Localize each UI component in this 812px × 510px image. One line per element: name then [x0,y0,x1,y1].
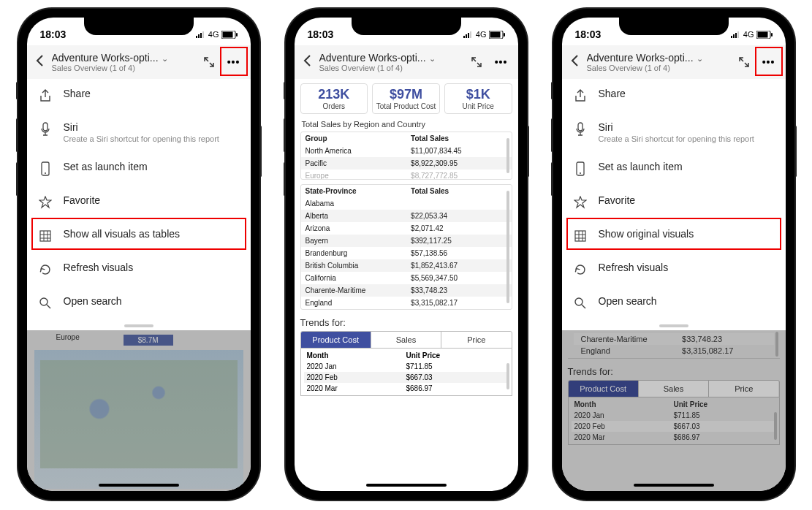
svg-point-9 [45,172,46,174]
siri-icon [37,121,53,137]
menu-siri[interactable]: SiriCreate a Siri shortcut for opening t… [562,113,786,152]
svg-rect-25 [771,33,773,37]
screen-2: 18:03 4G Adventure Works-opti...⌄ Sales … [295,18,518,491]
kpi-cards: 213KOrders $97MTotal Product Cost $1KUni… [295,79,518,118]
menu-favorite[interactable]: Favorite [562,186,786,219]
app-header: Adventure Works-opti...⌄ Sales Overview … [295,45,518,79]
screen-1: 18:03 4G Adventure Works-opti...⌄ Sales … [27,18,251,491]
siri-icon [572,121,588,137]
svg-rect-15 [470,31,471,38]
menu-share[interactable]: Share [27,79,251,113]
menu-launch[interactable]: Set as launch item [27,152,251,186]
home-indicator[interactable] [366,484,447,487]
drag-handle[interactable] [124,324,153,327]
report-title[interactable]: Adventure Works-opti... [52,52,159,64]
svg-rect-2 [200,33,202,38]
dimmed-background: Charente-Maritime$33,748.23 England$3,31… [562,330,786,491]
trends-tabs: Product Cost Sales Price [300,331,512,349]
search-icon [572,295,588,311]
dimmed-background: Europe$8.7M Microsoft BingTerms [27,330,251,491]
phone-3: 18:03 4G Adventure Works-opti...⌄ Sales … [553,9,794,500]
drag-handle[interactable] [659,324,688,327]
svg-point-28 [580,172,581,174]
svg-rect-3 [202,31,204,38]
launch-icon [572,161,588,177]
status-time: 18:03 [308,28,334,40]
menu-refresh[interactable]: Refresh visuals [27,253,251,286]
svg-rect-13 [466,34,467,38]
status-time: 18:03 [40,28,67,40]
svg-rect-19 [731,36,732,38]
menu-siri[interactable]: SiriCreate a Siri shortcut for opening t… [27,113,251,152]
home-indicator[interactable] [99,484,179,487]
svg-rect-1 [198,34,200,38]
region-table-title: Total Sales by Region and Country [295,118,518,130]
expand-icon[interactable] [732,50,756,75]
scrollbar[interactable] [506,363,509,389]
menu-search[interactable]: Open search [27,286,251,320]
svg-rect-5 [222,31,232,37]
scrollbar[interactable] [506,191,509,303]
card-orders[interactable]: 213KOrders [300,83,368,114]
star-icon [572,194,588,210]
region-table[interactable]: GroupTotal Sales North America$11,007,83… [300,132,512,180]
app-header: Adventure Works-opti...⌄ Sales Overview … [562,45,786,79]
expand-icon[interactable] [197,50,221,75]
back-icon[interactable] [295,53,319,72]
app-header: Adventure Works-opti...⌄ Sales Overview … [27,45,251,79]
menu-launch[interactable]: Set as launch item [562,152,786,186]
card-cost[interactable]: $97MTotal Product Cost [372,83,440,114]
status-net: 4G [208,30,219,39]
trends-table[interactable]: MonthUnit Price 2020 Jan$711.85 2020 Feb… [300,349,512,396]
svg-rect-20 [733,34,735,38]
svg-rect-12 [463,36,465,38]
map-visual [34,350,243,489]
menu-refresh[interactable]: Refresh visuals [562,253,786,286]
report-subtitle: Sales Overview (1 of 4) [52,64,197,72]
trends-section: Trends for: Product Cost Sales Price Mon… [300,317,512,396]
svg-point-11 [40,298,48,305]
chevron-down-icon[interactable]: ⌄ [162,54,168,63]
svg-rect-18 [504,33,505,37]
svg-rect-14 [468,33,469,38]
search-icon [37,295,53,311]
star-icon [37,194,53,210]
options-menu: Share SiriCreate a Siri shortcut for ope… [27,79,251,330]
chevron-down-icon[interactable]: ⌄ [429,54,436,63]
options-menu: Share SiriCreate a Siri shortcut for ope… [562,79,786,330]
phone-2: 18:03 4G Adventure Works-opti...⌄ Sales … [286,9,527,500]
chevron-down-icon[interactable]: ⌄ [697,54,703,63]
svg-rect-21 [735,33,737,38]
menu-favorite[interactable]: Favorite [27,186,251,219]
svg-rect-7 [43,123,48,131]
svg-point-30 [575,298,583,305]
refresh-icon [572,262,588,278]
svg-rect-26 [578,123,583,131]
share-icon [37,88,53,104]
phone-1: 18:03 4G Adventure Works-opti...⌄ Sales … [18,9,259,500]
back-icon[interactable] [562,53,587,72]
more-options-icon[interactable]: ••• [489,50,514,75]
tab-sales[interactable]: Sales [371,332,441,348]
card-price[interactable]: $1KUnit Price [444,83,512,114]
menu-search[interactable]: Open search [562,286,786,320]
refresh-icon [37,262,53,278]
svg-rect-24 [757,31,767,37]
tab-price[interactable]: Price [441,332,511,348]
back-icon[interactable] [27,53,52,72]
share-icon [572,88,588,104]
svg-rect-22 [737,31,739,38]
tab-product-cost[interactable]: Product Cost [301,332,371,348]
svg-rect-6 [236,33,238,37]
state-table[interactable]: State-ProvinceTotal Sales Alabama Albert… [300,184,512,310]
launch-icon [37,161,53,177]
expand-icon[interactable] [464,50,489,75]
scrollbar[interactable] [506,138,509,173]
home-indicator[interactable] [634,484,714,487]
svg-rect-17 [490,31,500,37]
screen-3: 18:03 4G Adventure Works-opti...⌄ Sales … [562,18,786,491]
svg-rect-0 [196,36,197,38]
menu-share[interactable]: Share [562,79,786,113]
